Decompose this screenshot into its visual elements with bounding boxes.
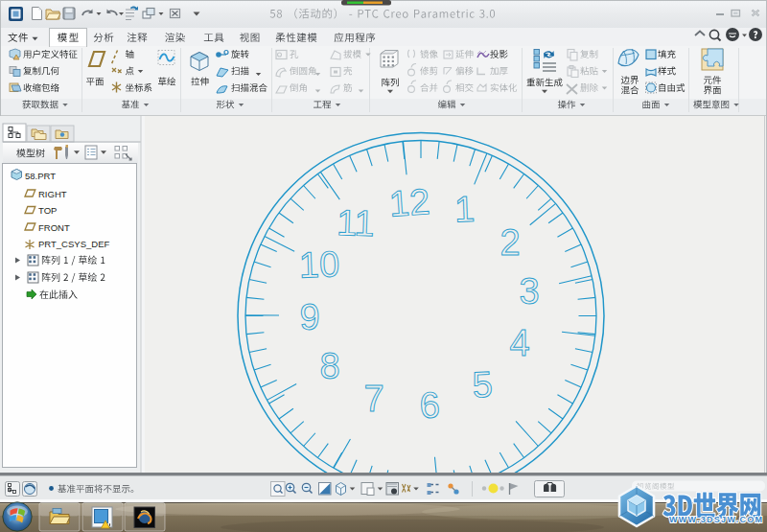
svg-text:4: 4 [509, 323, 529, 363]
svg-text:RIGHT: RIGHT [38, 189, 67, 199]
svg-text:3: 3 [519, 271, 539, 312]
svg-text:7: 7 [363, 379, 384, 419]
svg-text:58.PRT: 58.PRT [25, 171, 56, 181]
svg-text:1: 1 [453, 189, 476, 230]
svg-text:10: 10 [298, 243, 340, 285]
svg-text:12: 12 [387, 181, 430, 224]
svg-text:2: 2 [500, 222, 520, 263]
svg-text:11: 11 [337, 202, 376, 243]
svg-text:PRT_CSYS_DEF: PRT_CSYS_DEF [38, 239, 109, 249]
svg-text:9: 9 [299, 297, 319, 337]
svg-text:TOP: TOP [38, 205, 57, 216]
svg-text:FRONT: FRONT [38, 222, 70, 233]
svg-text:6: 6 [418, 384, 440, 426]
svg-text:5: 5 [471, 364, 493, 405]
svg-text:8: 8 [319, 346, 339, 386]
svg-text:WWW.3DSJW.COM: WWW.3DSJW.COM [669, 515, 763, 524]
